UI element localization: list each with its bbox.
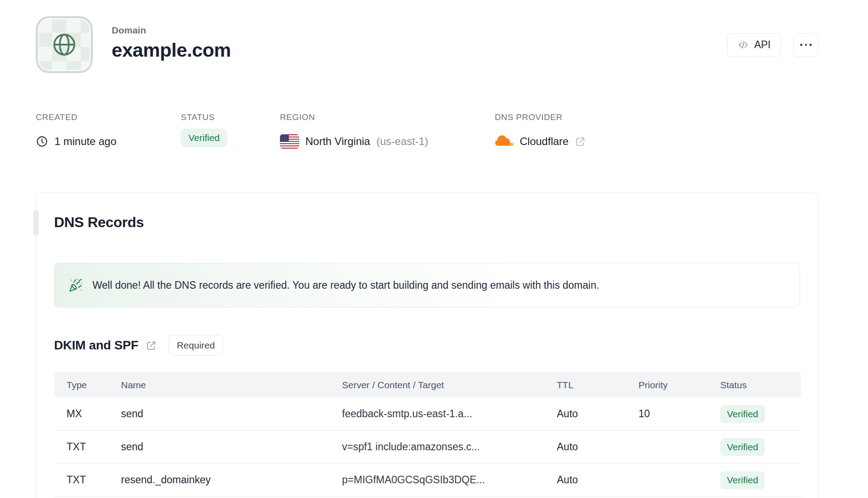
cell-content: feedback-smtp.us-east-1.a... <box>342 408 557 420</box>
domain-meta: CREATED 1 minute ago STATUS Verified REG… <box>36 112 818 151</box>
region-code: (us-east-1) <box>376 135 428 148</box>
col-header-status: Status <box>720 380 801 390</box>
dns-records-title: DNS Records <box>54 214 800 231</box>
page-kicker: Domain <box>112 25 231 36</box>
table-row[interactable]: TXT resend._domainkey p=MIGfMA0GCSqGSIb3… <box>54 464 801 497</box>
region-value: North Virginia <box>305 135 370 148</box>
dns-provider-label: DNS PROVIDER <box>495 112 586 122</box>
meta-dns-provider: DNS PROVIDER Cloudflare <box>495 112 586 151</box>
us-flag-icon <box>280 134 299 149</box>
cell-name: send <box>121 408 342 420</box>
header-actions: API <box>727 33 818 57</box>
dkim-spf-title: DKIM and SPF <box>54 338 138 353</box>
dns-records-card: DNS Records Well done! All the DNS recor… <box>36 192 818 498</box>
meta-status: STATUS Verified <box>181 112 280 151</box>
col-header-ttl: TTL <box>557 380 638 390</box>
required-badge: Required <box>168 335 223 356</box>
domain-identity: Domain example.com <box>36 16 231 73</box>
created-label: CREATED <box>36 112 181 122</box>
avatar <box>36 16 93 73</box>
col-header-priority: Priority <box>638 380 720 390</box>
success-banner: Well done! All the DNS records are verif… <box>54 263 800 307</box>
api-button-label: API <box>754 39 771 51</box>
card-scroll-tab <box>33 210 39 236</box>
cloudflare-icon <box>495 135 513 148</box>
created-value: 1 minute ago <box>54 135 117 148</box>
table-row[interactable]: MX send feedback-smtp.us-east-1.a... Aut… <box>54 398 801 431</box>
domain-page: Domain example.com API CREATED <box>36 0 818 498</box>
region-label: REGION <box>280 112 495 122</box>
cell-ttl: Auto <box>557 408 638 420</box>
ellipsis-icon <box>800 44 812 46</box>
verified-badge: Verified <box>720 438 765 456</box>
cell-content: p=MIGfMA0GCSqGSIb3DQE... <box>342 474 557 486</box>
api-button[interactable]: API <box>727 33 781 57</box>
cell-content: v=spf1 include:amazonses.c... <box>342 441 557 453</box>
external-link-icon[interactable] <box>575 136 586 147</box>
meta-region: REGION North Virginia (us-east-1) <box>280 112 495 151</box>
cell-ttl: Auto <box>557 474 638 486</box>
meta-created: CREATED 1 minute ago <box>36 112 181 151</box>
more-button[interactable] <box>793 33 818 57</box>
page-title: example.com <box>112 39 231 61</box>
success-banner-text: Well done! All the DNS records are verif… <box>92 279 599 291</box>
cell-type: TXT <box>67 441 121 453</box>
code-icon <box>737 39 749 51</box>
clock-icon <box>36 135 48 148</box>
cell-name: send <box>121 441 342 453</box>
dns-records-table: Type Name Server / Content / Target TTL … <box>54 372 801 497</box>
globe-icon <box>50 30 79 59</box>
table-row[interactable]: TXT send v=spf1 include:amazonses.c... A… <box>54 431 801 464</box>
col-header-content: Server / Content / Target <box>342 380 557 390</box>
table-header-row: Type Name Server / Content / Target TTL … <box>54 372 801 398</box>
status-badge: Verified <box>181 129 227 147</box>
external-link-icon[interactable] <box>146 340 157 351</box>
cell-name: resend._domainkey <box>121 474 342 486</box>
verified-badge: Verified <box>720 471 765 489</box>
dns-provider-value: Cloudflare <box>520 135 568 148</box>
cell-priority: 10 <box>638 408 720 420</box>
cell-type: TXT <box>67 474 121 486</box>
page-header: Domain example.com API <box>36 0 818 73</box>
domain-header-text: Domain example.com <box>112 16 231 61</box>
col-header-type: Type <box>67 380 121 390</box>
verified-badge: Verified <box>720 405 765 423</box>
status-label: STATUS <box>181 112 280 122</box>
party-popper-icon <box>69 278 83 292</box>
col-header-name: Name <box>121 380 342 390</box>
cell-type: MX <box>67 408 121 420</box>
dkim-spf-section-head: DKIM and SPF Required <box>54 335 800 356</box>
cell-ttl: Auto <box>557 441 638 453</box>
